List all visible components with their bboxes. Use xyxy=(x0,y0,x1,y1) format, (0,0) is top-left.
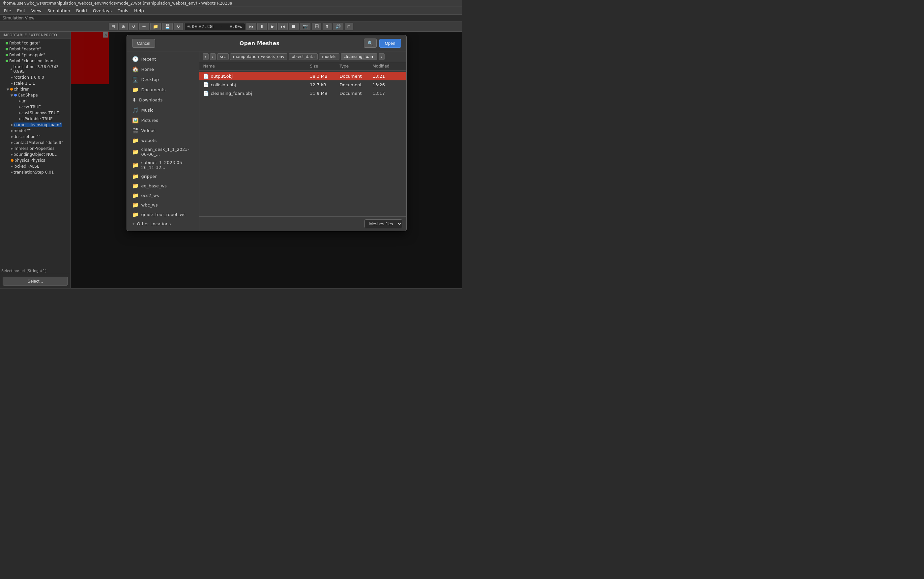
file-row[interactable]: 📄collision.obj12.7 kBDocument13:26 xyxy=(199,80,406,89)
dialog-open-button[interactable]: Open xyxy=(379,39,401,48)
toolbar-folder-btn[interactable]: 📁 xyxy=(150,23,161,30)
sidebar-item-wbc-ws[interactable]: 📁wbc_ws xyxy=(127,200,199,210)
sidebar-item-guide-tour-robot-ws[interactable]: 📁guide_tour_robot_ws xyxy=(127,210,199,219)
meshes-filter-select[interactable]: Meshes files xyxy=(364,219,402,228)
file-name-cell: 📄collision.obj xyxy=(203,82,310,87)
tree-item[interactable]: translation -3.76 0.743 0.895 xyxy=(0,64,70,74)
tree-item[interactable]: model "" xyxy=(0,128,70,134)
tree-item[interactable]: Robot "colgate" xyxy=(0,40,70,46)
tree-item[interactable]: boundingObject NULL xyxy=(0,152,70,157)
toolbar-more-btn[interactable]: □ xyxy=(345,23,353,30)
toolbar-step-back-btn[interactable]: ⏮ xyxy=(246,23,256,30)
breadcrumb-back-button[interactable]: ‹ xyxy=(203,53,209,60)
tree-item[interactable]: scale 1 1 1 xyxy=(0,80,70,86)
sidebar-item-icon: 📁 xyxy=(132,192,139,199)
toolbar-audio-btn[interactable]: 🔊 xyxy=(333,23,343,30)
tree-item[interactable]: locked FALSE xyxy=(0,164,70,169)
left-panel: IMPORTABLE EXTERNPROTO Robot "colgate"Ro… xyxy=(0,32,71,288)
toolbar-stop-btn[interactable]: ⏹ xyxy=(289,23,298,30)
menu-item-edit[interactable]: Edit xyxy=(15,8,28,14)
menu-item-overlays[interactable]: Overlays xyxy=(90,8,114,14)
sidebar-item-downloads[interactable]: ⬇️Downloads xyxy=(127,95,199,105)
dialog-body: 🕐Recent🏠Home🖥️Desktop📁Documents⬇️Downloa… xyxy=(127,51,406,231)
dialog-search-button[interactable]: 🔍 xyxy=(364,39,377,48)
tree-item[interactable]: ▼CadShape xyxy=(0,92,70,98)
breadcrumb-forward-button[interactable]: › xyxy=(378,53,385,60)
tree-item[interactable]: description "" xyxy=(0,134,70,140)
toolbar-share-btn[interactable]: ⬆ xyxy=(323,23,331,30)
dialog-cancel-button[interactable]: Cancel xyxy=(132,39,155,48)
toolbar-eye-btn[interactable]: 👁 xyxy=(139,23,149,30)
toolbar-play-btn[interactable]: ▶ xyxy=(268,23,277,30)
menu-item-file[interactable]: File xyxy=(1,8,14,14)
tree-item[interactable]: physics Physics xyxy=(0,157,70,164)
toolbar-refresh-btn[interactable]: ↻ xyxy=(174,23,183,30)
sidebar-item-ee-base-ws[interactable]: 📁ee_base_ws xyxy=(127,181,199,191)
tree-item[interactable]: contactMaterial "default" xyxy=(0,140,70,146)
breadcrumb-item[interactable]: src xyxy=(217,53,229,60)
toolbar-loop-btn[interactable]: ↺ xyxy=(129,23,138,30)
sidebar-item-label: gripper xyxy=(141,174,157,179)
sidebar-item-label: Recent xyxy=(141,57,156,62)
dialog-header: Cancel Open Meshes 🔍 Open xyxy=(127,35,406,51)
sidebar-item-label: webots xyxy=(141,138,157,143)
sidebar-item-videos[interactable]: 🎬Videos xyxy=(127,126,199,136)
dialog-sidebar: 🕐Recent🏠Home🖥️Desktop📁Documents⬇️Downloa… xyxy=(127,51,199,231)
sidebar-item-gripper[interactable]: 📁gripper xyxy=(127,172,199,181)
file-row[interactable]: 📄cleansing_foam.obj31.9 MBDocument13:17 xyxy=(199,89,406,98)
sidebar-item-music[interactable]: 🎵Music xyxy=(127,105,199,115)
tree-item[interactable]: immersionProperties xyxy=(0,146,70,152)
file-type-icon: 📄 xyxy=(203,74,209,79)
sidebar-item-pictures[interactable]: 🖼️Pictures xyxy=(127,115,199,126)
toolbar-save-btn[interactable]: 💾 xyxy=(162,23,173,30)
tree-item[interactable]: ccw TRUE xyxy=(0,104,70,110)
tree-item[interactable]: isPickable TRUE xyxy=(0,116,70,122)
sidebar-item-cabinet-1-2023-05-26-11-32---[interactable]: 📁cabinet_1_2023-05-26_11-32... xyxy=(127,159,199,172)
menu-item-view[interactable]: View xyxy=(29,8,44,14)
tree-item[interactable]: Robot "nescafe" xyxy=(0,46,70,52)
sidebar-item-desktop[interactable]: 🖥️Desktop xyxy=(127,74,199,85)
sidebar-item-recent[interactable]: 🕐Recent xyxy=(127,54,199,64)
toolbar-camera-btn[interactable]: 📷 xyxy=(300,23,310,30)
sidebar-item-clean-desk-1-1-2023-06-06----[interactable]: 📁clean_desk_1_1_2023-06-06_... xyxy=(127,145,199,159)
breadcrumb-item[interactable]: cleansing_foam xyxy=(341,53,378,60)
breadcrumb-item[interactable]: models xyxy=(319,53,339,60)
breadcrumb-item[interactable]: manipulation_webots_env xyxy=(230,53,287,60)
file-modified-cell: 13:26 xyxy=(373,82,402,87)
sidebar-item-documents[interactable]: 📁Documents xyxy=(127,85,199,95)
sidebar-item-label: wbc_ws xyxy=(141,203,158,208)
sidebar-item-home[interactable]: 🏠Home xyxy=(127,64,199,74)
tree-item[interactable]: name "cleansing_foam" xyxy=(0,122,70,128)
file-row[interactable]: 📄output.obj38.3 MBDocument13:21 xyxy=(199,72,406,80)
tree-item[interactable]: translationStep 0.01 xyxy=(0,169,70,175)
tree-item[interactable]: ▼children xyxy=(0,86,70,92)
toolbar-target-btn[interactable]: ⊕ xyxy=(119,23,128,30)
menu-item-simulation[interactable]: Simulation xyxy=(45,8,73,14)
tree-item[interactable]: rotation 1 0 0 0 xyxy=(0,74,70,80)
toolbar-layout-btn[interactable]: ⊞ xyxy=(109,23,118,30)
sidebar-item-label: cabinet_1_2023-05-26_11-32... xyxy=(141,160,194,170)
file-type-icon: 📄 xyxy=(203,82,209,87)
breadcrumb-item[interactable]: object_data xyxy=(289,53,318,60)
toolbar-play-pause-btn[interactable]: ⏸ xyxy=(257,23,267,30)
select-button[interactable]: Select... xyxy=(3,276,68,286)
breadcrumb-fwd-button[interactable]: › xyxy=(210,53,216,60)
sidebar-item-other-locations[interactable]: + Other Locations xyxy=(127,219,199,228)
file-name-cell: 📄cleansing_foam.obj xyxy=(203,91,310,96)
tree-item[interactable]: Robot "pineapple" xyxy=(0,52,70,58)
file-modified-cell: 13:21 xyxy=(373,74,402,79)
sidebar-item-ocs2-ws[interactable]: 📁ocs2_ws xyxy=(127,191,199,200)
toolbar-fast-fwd-btn[interactable]: ⏭ xyxy=(278,23,288,30)
menu-item-help[interactable]: Help xyxy=(131,8,147,14)
console-area: Console - All WARNING: The current physi… xyxy=(0,288,462,290)
tree-item[interactable]: Robot "cleansing_foam" xyxy=(0,58,70,64)
toolbar-record-btn[interactable]: 🎞 xyxy=(312,23,321,30)
sidebar-item-webots[interactable]: 📁webots xyxy=(127,136,199,145)
menu-item-build[interactable]: Build xyxy=(74,8,90,14)
menu-item-tools[interactable]: Tools xyxy=(115,8,131,14)
importable-header: IMPORTABLE EXTERNPROTO xyxy=(0,32,70,39)
tree-item[interactable]: castShadows TRUE xyxy=(0,110,70,116)
tree-item[interactable]: url xyxy=(0,98,70,104)
sidebar-item-label: Documents xyxy=(141,87,166,92)
titlebar: /home/user/wbc_ws/src/manipulation_webot… xyxy=(0,0,462,7)
